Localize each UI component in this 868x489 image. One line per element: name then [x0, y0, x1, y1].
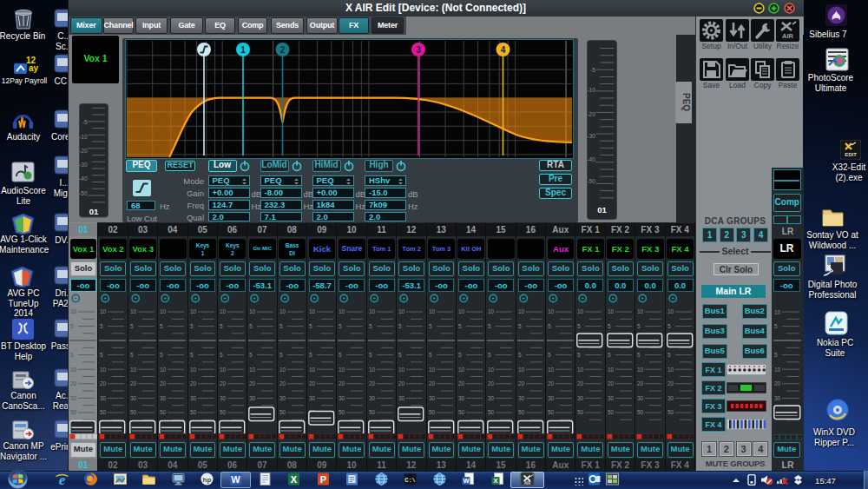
svg-text:10: 10 — [637, 309, 644, 315]
svg-text:5: 5 — [70, 352, 74, 358]
svg-text:5: 5 — [548, 352, 551, 358]
svg-text:50: 50 — [100, 409, 107, 415]
svg-text:5: 5 — [548, 323, 551, 329]
svg-text:20: 20 — [70, 380, 77, 387]
svg-text:10: 10 — [279, 309, 286, 315]
svg-text:10: 10 — [190, 367, 197, 373]
svg-text:10: 10 — [160, 367, 167, 373]
svg-text:C:\: C:\ — [404, 476, 416, 483]
svg-text:10: 10 — [488, 367, 495, 373]
svg-text:5: 5 — [608, 323, 611, 329]
svg-text:10: 10 — [429, 367, 436, 373]
svg-text:-5: -5 — [82, 119, 88, 125]
svg-text:W: W — [463, 477, 470, 485]
svg-text:20: 20 — [130, 380, 137, 387]
svg-text:50: 50 — [608, 409, 615, 415]
svg-text:-10: -10 — [79, 134, 88, 140]
svg-text:e: e — [58, 472, 65, 486]
svg-text:5: 5 — [458, 323, 462, 329]
svg-text:AIR: AIR — [782, 32, 794, 40]
svg-text:10: 10 — [100, 367, 107, 373]
svg-text:10: 10 — [130, 367, 137, 373]
svg-text:10: 10 — [309, 309, 316, 315]
svg-text:30: 30 — [637, 395, 644, 401]
svg-text:50: 50 — [458, 409, 465, 415]
svg-text:5: 5 — [577, 323, 581, 329]
svg-text:50: 50 — [577, 409, 584, 415]
svg-text:10: 10 — [249, 309, 256, 315]
svg-text:10: 10 — [160, 309, 167, 315]
svg-text:5: 5 — [774, 352, 778, 358]
svg-text:AIR: AIR — [523, 481, 531, 486]
svg-text:5: 5 — [220, 352, 223, 358]
svg-text:5: 5 — [667, 323, 671, 329]
svg-text:30: 30 — [488, 395, 495, 401]
svg-text:10: 10 — [548, 367, 555, 373]
svg-text:50: 50 — [429, 409, 436, 415]
svg-text:5: 5 — [309, 352, 312, 358]
svg-text:50: 50 — [637, 409, 644, 415]
svg-text:20: 20 — [429, 380, 436, 387]
svg-text:30: 30 — [249, 395, 256, 401]
svg-text:20: 20 — [577, 380, 584, 387]
svg-text:1: 1 — [240, 44, 246, 54]
svg-text:-20: -20 — [79, 148, 88, 154]
svg-text:01: 01 — [597, 205, 607, 215]
svg-text:W: W — [231, 473, 240, 484]
svg-text:5: 5 — [577, 352, 581, 358]
svg-text:EDIT: EDIT — [845, 152, 857, 157]
svg-text:20: 20 — [160, 380, 167, 387]
svg-text:10: 10 — [369, 309, 376, 315]
svg-text:X: X — [291, 473, 298, 484]
svg-text:10: 10 — [667, 367, 674, 373]
svg-text:10: 10 — [608, 309, 615, 315]
svg-text:5: 5 — [518, 352, 522, 358]
svg-text:5: 5 — [249, 323, 253, 329]
svg-text:20: 20 — [100, 380, 107, 387]
svg-text:30: 30 — [548, 395, 555, 401]
svg-text:5: 5 — [130, 352, 134, 358]
svg-text:30: 30 — [458, 395, 465, 401]
svg-text:10: 10 — [548, 309, 555, 315]
svg-text:10: 10 — [279, 367, 286, 373]
svg-text:5: 5 — [70, 323, 74, 329]
svg-text:10: 10 — [774, 309, 781, 315]
svg-text:5: 5 — [220, 323, 223, 329]
svg-text:X: X — [493, 477, 497, 485]
svg-text:10: 10 — [339, 309, 345, 315]
svg-text:10: 10 — [339, 367, 345, 373]
svg-text:5: 5 — [190, 352, 194, 358]
svg-text:-30: -30 — [587, 133, 595, 139]
svg-text:20: 20 — [190, 380, 197, 387]
svg-text:10: 10 — [130, 309, 137, 315]
svg-text:20: 20 — [608, 380, 615, 387]
svg-text:30: 30 — [130, 395, 137, 401]
svg-text:5: 5 — [488, 323, 491, 329]
svg-text:30: 30 — [220, 395, 227, 401]
svg-text:5: 5 — [160, 323, 163, 329]
svg-text:5: 5 — [339, 352, 342, 358]
svg-text:50: 50 — [70, 409, 77, 415]
svg-text:3: 3 — [416, 44, 421, 54]
svg-text:20: 20 — [309, 380, 316, 387]
svg-text:5: 5 — [637, 352, 641, 358]
svg-text:5: 5 — [488, 352, 491, 358]
svg-text:30: 30 — [309, 395, 316, 401]
svg-text:30: 30 — [369, 395, 376, 401]
svg-text:20: 20 — [249, 380, 256, 387]
svg-text:5: 5 — [518, 323, 522, 329]
svg-text:5: 5 — [130, 323, 134, 329]
svg-text:5: 5 — [369, 323, 372, 329]
svg-text:30: 30 — [608, 395, 615, 401]
svg-text:10: 10 — [518, 309, 525, 315]
svg-text:-40: -40 — [79, 175, 88, 182]
svg-text:30: 30 — [774, 395, 781, 401]
svg-text:-50: -50 — [79, 190, 88, 196]
svg-text:20: 20 — [637, 380, 644, 387]
svg-text:30: 30 — [279, 395, 286, 401]
svg-text:10: 10 — [398, 309, 405, 315]
svg-text:5: 5 — [667, 352, 671, 358]
svg-text:-10: -10 — [587, 87, 595, 93]
svg-text:P: P — [319, 473, 326, 484]
svg-text:30: 30 — [577, 395, 584, 401]
